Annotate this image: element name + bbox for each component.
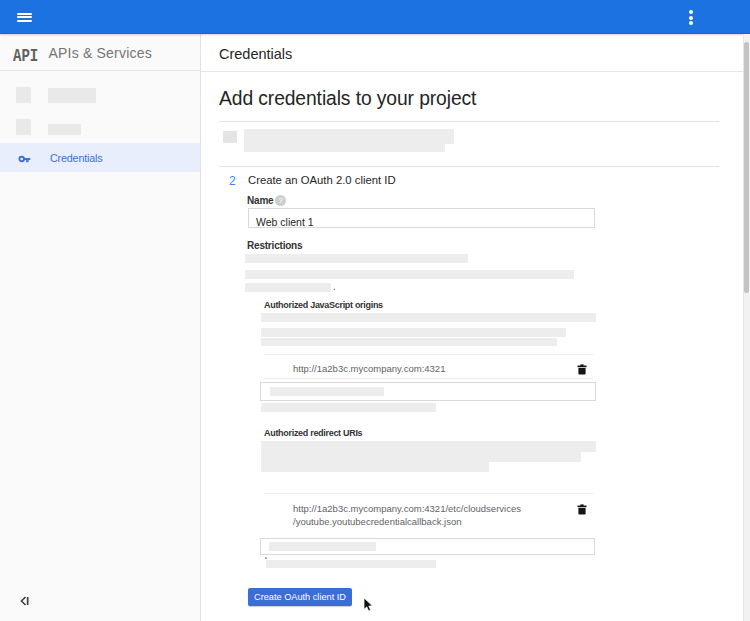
svg-text:?: ? — [278, 196, 283, 205]
